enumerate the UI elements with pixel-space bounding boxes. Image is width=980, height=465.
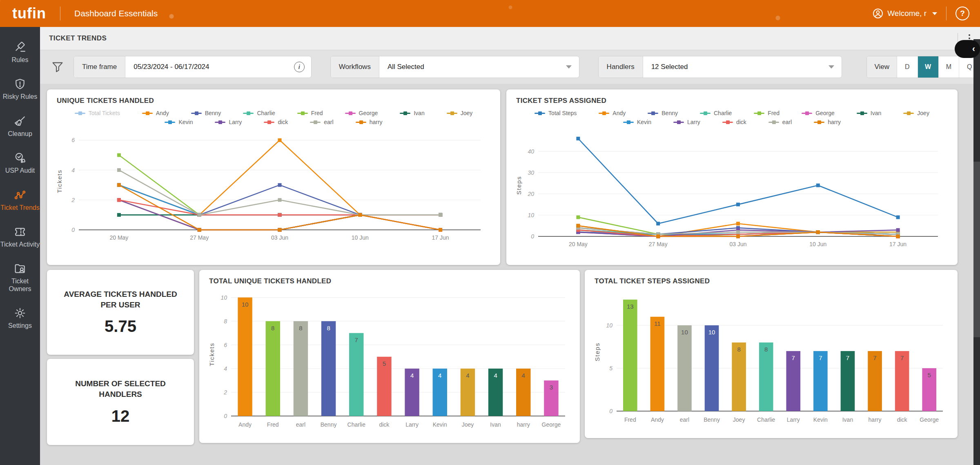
svg-text:George: George <box>542 421 561 428</box>
legend-item[interactable]: Benny <box>648 110 678 116</box>
svg-text:10 Jun: 10 Jun <box>809 241 826 247</box>
legend-label: Fred <box>311 110 323 116</box>
svg-text:Fred: Fred <box>267 421 279 428</box>
svg-text:Joey: Joey <box>733 416 745 423</box>
legend-marker <box>768 122 779 123</box>
legend-label: Total Steps <box>548 110 577 116</box>
svg-text:Joey: Joey <box>462 421 474 428</box>
sidebar-item-cleanup[interactable]: Cleanup <box>0 110 41 143</box>
legend-item[interactable]: George <box>345 110 378 116</box>
collapse-panel-toggle[interactable]: ‹ <box>955 40 980 58</box>
legend-label: Charlie <box>257 110 275 116</box>
legend-item[interactable]: Joey <box>903 110 929 116</box>
top-header: tufin Dashboard Essentials Welcome, r ? <box>0 0 980 27</box>
legend-item[interactable]: Ivan <box>400 110 424 116</box>
scrollbar-thumb[interactable] <box>973 162 980 337</box>
unique-tickets-handled-panel: UNIQUE TICKETS HANDLED Total TicketsAndy… <box>47 89 500 265</box>
svg-text:10: 10 <box>708 329 715 336</box>
legend-item[interactable]: Larry <box>673 119 700 125</box>
time-frame-control[interactable]: Time frame 05/23/2024 - 06/17/2024 i <box>74 56 312 78</box>
legend-item[interactable]: Total Steps <box>535 110 577 116</box>
sidebar-item-label: Settings <box>8 322 32 329</box>
sidebar-item-settings[interactable]: Settings <box>0 302 41 335</box>
legend-item[interactable]: Joey <box>447 110 473 116</box>
legend-item[interactable]: Ivan <box>857 110 881 116</box>
legend-item[interactable]: dick <box>722 119 746 125</box>
svg-text:10: 10 <box>242 301 249 308</box>
svg-text:13: 13 <box>627 303 634 310</box>
legend-marker <box>814 122 824 123</box>
legend-item[interactable]: earl <box>768 119 792 125</box>
sidebar-item-usp-audit[interactable]: USP Audit <box>0 147 41 180</box>
legend-item[interactable]: earl <box>310 119 333 125</box>
help-icon: ? <box>960 9 965 18</box>
average-tickets-kpi-card: AVERAGE TICKETS HANDLED PER USER 5.75 <box>47 270 194 355</box>
right-scroll-strip[interactable] <box>973 39 980 465</box>
svg-text:harry: harry <box>517 421 530 428</box>
sidebar-item-ticket-owners[interactable]: Ticket Owners <box>0 257 41 298</box>
filter-funnel-icon <box>51 61 64 73</box>
sidebar-nav: Rules Risky Rules Cleanup USP Audit Tick… <box>0 27 40 465</box>
sidebar-item-rules[interactable]: Rules <box>0 36 41 69</box>
legend-item[interactable]: harry <box>356 119 383 125</box>
legend-item[interactable]: Total Tickets <box>75 110 120 116</box>
sidebar-item-ticket-activity[interactable]: Ticket Activity <box>0 220 41 254</box>
legend-marker <box>356 122 366 123</box>
legend-item[interactable]: Fred <box>754 110 780 116</box>
handlers-dropdown[interactable]: Handlers 12 Selected <box>598 56 842 78</box>
legend-item[interactable]: harry <box>814 119 841 125</box>
view-option-day[interactable]: D <box>897 56 918 78</box>
svg-text:0: 0 <box>609 408 612 414</box>
view-option-month[interactable]: M <box>939 56 960 78</box>
legend-label: Charlie <box>714 110 732 116</box>
legend-item[interactable]: Andy <box>599 110 626 116</box>
handlers-value: 12 Selected <box>643 56 829 78</box>
user-menu[interactable]: Welcome, r <box>873 8 937 19</box>
svg-text:20 May: 20 May <box>569 241 588 247</box>
ticket-icon <box>14 226 26 238</box>
legend-item[interactable]: Benny <box>191 110 221 116</box>
sidebar-item-ticket-trends[interactable]: Ticket Trends <box>0 184 41 217</box>
time-frame-value: 05/23/2024 - 06/17/2024 <box>125 56 294 78</box>
svg-text:3: 3 <box>550 384 553 391</box>
info-icon[interactable]: i <box>294 62 305 72</box>
svg-text:dick: dick <box>379 421 390 428</box>
svg-text:Steps: Steps <box>594 343 601 361</box>
svg-text:8: 8 <box>299 325 302 332</box>
workflows-dropdown[interactable]: Workflows All Selected <box>330 56 579 78</box>
page-title-bar: TICKET TRENDS <box>40 27 980 50</box>
tufin-logo: tufin <box>12 5 46 22</box>
view-option-week[interactable]: W <box>918 56 939 78</box>
legend-label: earl <box>324 119 333 125</box>
legend-label: Benny <box>205 110 221 116</box>
legend-marker <box>264 122 274 123</box>
app-root: tufin Dashboard Essentials Welcome, r ? … <box>0 0 980 465</box>
legend-item[interactable]: Charlie <box>700 110 732 116</box>
legend-item[interactable]: Kevin <box>165 119 193 125</box>
legend-item[interactable]: Andy <box>142 110 169 116</box>
help-button[interactable]: ? <box>956 7 969 20</box>
svg-text:5: 5 <box>928 372 931 378</box>
svg-text:8: 8 <box>271 325 274 332</box>
sidebar-item-risky-rules[interactable]: Risky Rules <box>0 73 41 106</box>
svg-text:Kevin: Kevin <box>813 416 828 423</box>
legend-label: Fred <box>768 110 780 116</box>
legend-item[interactable]: George <box>802 110 835 116</box>
legend-label: Benny <box>662 110 678 116</box>
svg-text:4: 4 <box>224 365 227 372</box>
svg-text:Benny: Benny <box>321 421 337 428</box>
legend-marker <box>802 113 812 114</box>
legend-marker <box>903 113 914 114</box>
legend-item[interactable]: Larry <box>215 119 242 125</box>
ticket-steps-line-chart: 010203040Steps20 May27 May03 Jun10 Jun17… <box>514 129 949 251</box>
legend-marker <box>191 113 202 114</box>
svg-text:4: 4 <box>438 372 441 379</box>
svg-text:6: 6 <box>224 342 227 348</box>
legend-item[interactable]: Kevin <box>623 119 651 125</box>
legend-item[interactable]: Charlie <box>243 110 275 116</box>
legend-item[interactable]: Fred <box>297 110 323 116</box>
legend-item[interactable]: dick <box>264 119 288 125</box>
header-divider-2 <box>946 7 947 20</box>
welcome-label: Welcome, r <box>887 9 927 18</box>
chevron-left-icon: ‹ <box>972 44 975 54</box>
